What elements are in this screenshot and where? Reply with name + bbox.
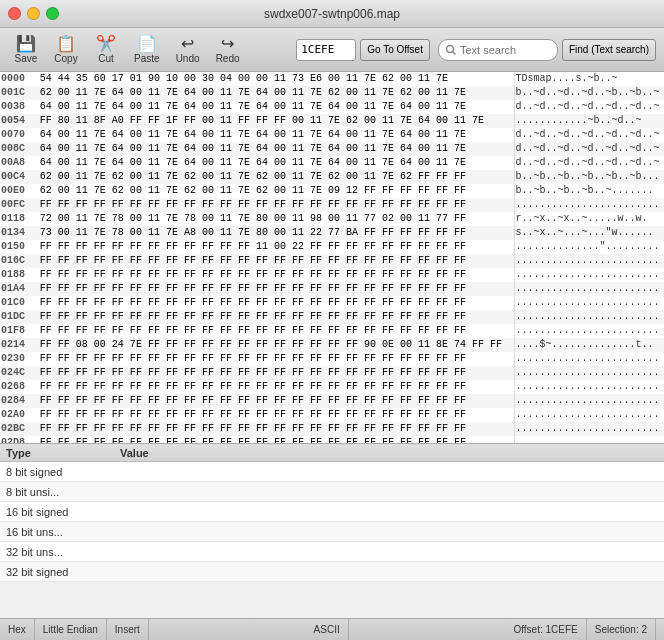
cut-label: Cut — [98, 53, 114, 64]
hex-bytes-cell[interactable]: FF FF FF FF FF FF FF FF FF FF FF FF FF F… — [39, 380, 514, 394]
table-row[interactable]: 00A864 00 11 7E 64 00 11 7E 64 00 11 7E … — [0, 156, 664, 170]
type-cell: 32 bit uns... — [0, 546, 120, 558]
hex-bytes-cell[interactable]: 64 00 11 7E 64 00 11 7E 64 00 11 7E 64 0… — [39, 100, 514, 114]
ascii-cell: ....$~..............t.. — [514, 338, 664, 352]
table-row[interactable]: 01DCFF FF FF FF FF FF FF FF FF FF FF FF … — [0, 310, 664, 324]
list-item[interactable]: 32 bit signed — [0, 562, 664, 582]
hex-bytes-cell[interactable]: 64 00 11 7E 64 00 11 7E 64 00 11 7E 64 0… — [39, 156, 514, 170]
table-row[interactable]: 007064 00 11 7E 64 00 11 7E 64 00 11 7E … — [0, 128, 664, 142]
ascii-cell: ........................ — [514, 366, 664, 380]
hex-bytes-cell[interactable]: FF FF FF FF FF FF FF FF FF FF FF FF FF F… — [39, 324, 514, 338]
copy-button[interactable]: 📋 Copy — [48, 33, 84, 67]
hex-bytes-cell[interactable]: FF FF FF FF FF FF FF FF FF FF FF FF FF F… — [39, 408, 514, 422]
list-item[interactable]: 8 bit unsi... — [0, 482, 664, 502]
table-row[interactable]: 0214FF FF 08 00 24 7E FF FF FF FF FF FF … — [0, 338, 664, 352]
table-row[interactable]: 0268FF FF FF FF FF FF FF FF FF FF FF FF … — [0, 380, 664, 394]
table-row[interactable]: 00E062 00 11 7E 62 00 11 7E 62 00 11 7E … — [0, 184, 664, 198]
hex-table: 000054 44 35 60 17 01 90 10 00 30 04 00 … — [0, 72, 664, 443]
address-cell: 0150 — [0, 240, 39, 254]
hex-bytes-cell[interactable]: FF FF FF FF FF FF FF FF FF FF FF FF FF F… — [39, 352, 514, 366]
ascii-cell: ........................ — [514, 296, 664, 310]
hex-bytes-cell[interactable]: FF FF FF FF FF FF FF FF FF FF FF FF FF F… — [39, 268, 514, 282]
address-cell: 008C — [0, 142, 39, 156]
table-row[interactable]: 02A0FF FF FF FF FF FF FF FF FF FF FF FF … — [0, 408, 664, 422]
hex-bytes-cell[interactable]: 54 44 35 60 17 01 90 10 00 30 04 00 00 1… — [39, 72, 514, 86]
hex-bytes-cell[interactable]: 73 00 11 7E 78 00 11 7E A8 00 11 7E 80 0… — [39, 226, 514, 240]
hex-bytes-cell[interactable]: 62 00 11 7E 64 00 11 7E 64 00 11 7E 64 0… — [39, 86, 514, 100]
copy-icon: 📋 — [56, 36, 76, 52]
hex-bytes-cell[interactable]: FF FF FF FF FF FF FF FF FF FF FF FF FF F… — [39, 366, 514, 380]
status-bar: Hex Little Endian Insert ASCII Offset: 1… — [0, 618, 664, 640]
table-row[interactable]: 00FCFF FF FF FF FF FF FF FF FF FF FF FF … — [0, 198, 664, 212]
table-row[interactable]: 02D8FF FF FF FF FF FF FF FF FF FF FF FF … — [0, 436, 664, 443]
hex-bytes-cell[interactable]: 62 00 11 7E 62 00 11 7E 62 00 11 7E 62 0… — [39, 184, 514, 198]
hex-bytes-cell[interactable]: FF FF 08 00 24 7E FF FF FF FF FF FF FF F… — [39, 338, 514, 352]
table-row[interactable]: 01A4FF FF FF FF FF FF FF FF FF FF FF FF … — [0, 282, 664, 296]
list-item[interactable]: 16 bit uns... — [0, 522, 664, 542]
redo-button[interactable]: ↪ Redo — [210, 33, 246, 67]
list-item[interactable]: 32 bit uns... — [0, 542, 664, 562]
table-row[interactable]: 0230FF FF FF FF FF FF FF FF FF FF FF FF … — [0, 352, 664, 366]
table-row[interactable]: 0188FF FF FF FF FF FF FF FF FF FF FF FF … — [0, 268, 664, 282]
cut-button[interactable]: ✂️ Cut — [88, 33, 124, 67]
table-row[interactable]: 001C62 00 11 7E 64 00 11 7E 64 00 11 7E … — [0, 86, 664, 100]
type-header: Type — [0, 447, 120, 459]
list-item[interactable]: 8 bit signed — [0, 462, 664, 482]
hex-bytes-cell[interactable]: FF FF FF FF FF FF FF FF FF FF FF FF FF F… — [39, 254, 514, 268]
svg-point-0 — [446, 45, 453, 52]
toolbar: 💾 Save 📋 Copy ✂️ Cut 📄 Paste ↩ Undo ↪ Re… — [0, 28, 664, 72]
ascii-cell: ........................ — [514, 282, 664, 296]
table-row[interactable]: 008C64 00 11 7E 64 00 11 7E 64 00 11 7E … — [0, 142, 664, 156]
hex-bytes-cell[interactable]: FF FF FF FF FF FF FF FF FF FF FF FF FF F… — [39, 310, 514, 324]
minimize-button[interactable] — [27, 7, 40, 20]
table-row[interactable]: 011872 00 11 7E 78 00 11 7E 78 00 11 7E … — [0, 212, 664, 226]
hex-view[interactable]: 000054 44 35 60 17 01 90 10 00 30 04 00 … — [0, 72, 664, 443]
table-row[interactable]: 000054 44 35 60 17 01 90 10 00 30 04 00 … — [0, 72, 664, 86]
table-row[interactable]: 003864 00 11 7E 64 00 11 7E 64 00 11 7E … — [0, 100, 664, 114]
hex-bytes-cell[interactable]: 72 00 11 7E 78 00 11 7E 78 00 11 7E 80 0… — [39, 212, 514, 226]
maximize-button[interactable] — [46, 7, 59, 20]
hex-bytes-cell[interactable]: FF FF FF FF FF FF FF FF FF FF FF FF FF F… — [39, 394, 514, 408]
table-row[interactable]: 01F8FF FF FF FF FF FF FF FF FF FF FF FF … — [0, 324, 664, 338]
hex-bytes-cell[interactable]: FF FF FF FF FF FF FF FF FF FF FF FF FF F… — [39, 436, 514, 443]
ascii-cell: TDsmap....s.~b..~ — [514, 72, 664, 86]
hex-bytes-cell[interactable]: FF FF FF FF FF FF FF FF FF FF FF FF 11 0… — [39, 240, 514, 254]
save-button[interactable]: 💾 Save — [8, 33, 44, 67]
go-to-offset-button[interactable]: Go To Offset — [360, 39, 430, 61]
table-row[interactable]: 0150FF FF FF FF FF FF FF FF FF FF FF FF … — [0, 240, 664, 254]
paste-button[interactable]: 📄 Paste — [128, 33, 166, 67]
list-item[interactable]: 16 bit signed — [0, 502, 664, 522]
close-button[interactable] — [8, 7, 21, 20]
address-cell: 001C — [0, 86, 39, 100]
table-row[interactable]: 0054FF 80 11 8F A0 FF FF 1F FF 00 11 FF … — [0, 114, 664, 128]
hex-bytes-cell[interactable]: 64 00 11 7E 64 00 11 7E 64 00 11 7E 64 0… — [39, 142, 514, 156]
table-row[interactable]: 01C0FF FF FF FF FF FF FF FF FF FF FF FF … — [0, 296, 664, 310]
hex-bytes-cell[interactable]: FF 80 11 8F A0 FF FF 1F FF 00 11 FF FF F… — [39, 114, 514, 128]
hex-bytes-cell[interactable]: 64 00 11 7E 64 00 11 7E 64 00 11 7E 64 0… — [39, 128, 514, 142]
search-input[interactable] — [460, 44, 550, 56]
ascii-cell: ........................ — [514, 394, 664, 408]
offset-input[interactable] — [296, 39, 356, 61]
address-cell: 00C4 — [0, 170, 39, 184]
ascii-cell: ............~b..~d..~ — [514, 114, 664, 128]
hex-bytes-cell[interactable]: FF FF FF FF FF FF FF FF FF FF FF FF FF F… — [39, 198, 514, 212]
ascii-cell: ........................ — [514, 324, 664, 338]
ascii-cell: ........................ — [514, 380, 664, 394]
table-row[interactable]: 0284FF FF FF FF FF FF FF FF FF FF FF FF … — [0, 394, 664, 408]
hex-bytes-cell[interactable]: FF FF FF FF FF FF FF FF FF FF FF FF FF F… — [39, 282, 514, 296]
table-row[interactable]: 024CFF FF FF FF FF FF FF FF FF FF FF FF … — [0, 366, 664, 380]
hex-bytes-cell[interactable]: FF FF FF FF FF FF FF FF FF FF FF FF FF F… — [39, 296, 514, 310]
address-cell: 0000 — [0, 72, 39, 86]
table-row[interactable]: 00C462 00 11 7E 62 00 11 7E 62 00 11 7E … — [0, 170, 664, 184]
type-cell: 8 bit unsi... — [0, 486, 120, 498]
search-box[interactable] — [438, 39, 558, 61]
undo-button[interactable]: ↩ Undo — [170, 33, 206, 67]
hex-bytes-cell[interactable]: 62 00 11 7E 62 00 11 7E 62 00 11 7E 62 0… — [39, 170, 514, 184]
table-row[interactable]: 016CFF FF FF FF FF FF FF FF FF FF FF FF … — [0, 254, 664, 268]
find-button[interactable]: Find (Text search) — [562, 39, 656, 61]
copy-label: Copy — [54, 53, 77, 64]
table-row[interactable]: 02BCFF FF FF FF FF FF FF FF FF FF FF FF … — [0, 422, 664, 436]
table-row[interactable]: 013473 00 11 7E 78 00 11 7E A8 00 11 7E … — [0, 226, 664, 240]
hex-bytes-cell[interactable]: FF FF FF FF FF FF FF FF FF FF FF FF FF F… — [39, 422, 514, 436]
undo-icon: ↩ — [181, 36, 194, 52]
